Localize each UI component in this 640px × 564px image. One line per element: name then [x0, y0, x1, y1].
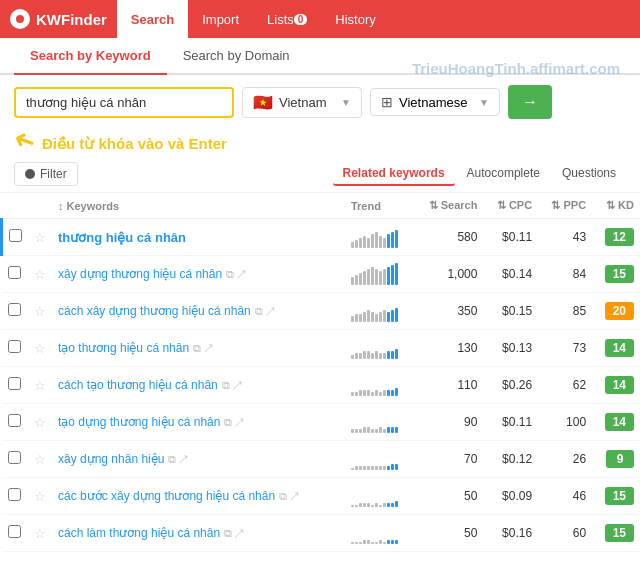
- row-keyword: tạo dựng thương hiệu cá nhân⧉ ↗: [52, 404, 345, 441]
- table-row: ☆tạo thương hiệu cá nhân⧉ ↗130$0.137314: [2, 330, 641, 367]
- row-ppc: 60: [538, 515, 592, 552]
- row-checkbox[interactable]: [8, 451, 21, 464]
- row-trend: [345, 404, 413, 441]
- row-checkbox-cell[interactable]: [2, 515, 29, 552]
- row-checkbox[interactable]: [8, 303, 21, 316]
- row-cpc: $0.12: [483, 441, 538, 478]
- nav-import[interactable]: Import: [188, 0, 253, 38]
- keyword-link[interactable]: xây dựng thương hiệu cá nhân: [58, 267, 222, 281]
- kw-action-icons: ⧉ ↗: [226, 268, 246, 281]
- filter-label: Filter: [40, 167, 67, 181]
- kd-badge: 14: [605, 339, 634, 357]
- row-search: 50: [413, 478, 483, 515]
- row-cpc: $0.09: [483, 478, 538, 515]
- keyword-link[interactable]: các bước xây dựng thương hiệu cá nhân: [58, 489, 275, 503]
- kw-tab-autocomplete[interactable]: Autocomplete: [457, 162, 550, 186]
- row-checkbox-cell[interactable]: [2, 478, 29, 515]
- row-checkbox[interactable]: [8, 414, 21, 427]
- row-star[interactable]: ☆: [28, 404, 52, 441]
- row-checkbox-cell[interactable]: [2, 441, 29, 478]
- row-cpc: $0.14: [483, 256, 538, 293]
- logo: KWFinder: [10, 9, 107, 29]
- filter-button[interactable]: Filter: [14, 162, 78, 186]
- row-star[interactable]: ☆: [28, 367, 52, 404]
- kd-badge: 14: [605, 376, 634, 394]
- row-checkbox-cell[interactable]: [2, 367, 29, 404]
- th-ppc[interactable]: ⇅ PPC: [538, 193, 592, 219]
- row-keyword: các bước xây dựng thương hiệu cá nhân⧉ ↗: [52, 478, 345, 515]
- row-checkbox[interactable]: [8, 525, 21, 538]
- row-checkbox-cell[interactable]: [2, 256, 29, 293]
- row-star[interactable]: ☆: [28, 441, 52, 478]
- language-select[interactable]: ⊞ Vietnamese ▼: [370, 88, 500, 116]
- annotation-row: ➜ Điều từ khóa vào và Enter: [0, 129, 640, 156]
- keyword-tabs: Related keywords Autocomplete Questions: [333, 162, 626, 186]
- kw-action-icons: ⧉ ↗: [168, 453, 188, 466]
- country-flag-icon: 🇻🇳: [253, 93, 273, 112]
- keyword-link[interactable]: tạo thương hiệu cá nhân: [58, 341, 189, 355]
- tab-search-domain[interactable]: Search by Domain: [167, 38, 306, 75]
- row-trend: [345, 330, 413, 367]
- th-cpc[interactable]: ⇅ CPC: [483, 193, 538, 219]
- row-checkbox[interactable]: [8, 266, 21, 279]
- kd-badge: 14: [605, 413, 634, 431]
- keywords-table: ↕ Keywords Trend ⇅ Search ⇅ CPC ⇅ PPC ⇅ …: [0, 193, 640, 552]
- kd-badge: 15: [605, 265, 634, 283]
- country-name: Vietnam: [279, 95, 326, 110]
- row-checkbox[interactable]: [9, 229, 22, 242]
- row-checkbox[interactable]: [8, 488, 21, 501]
- kw-tab-related[interactable]: Related keywords: [333, 162, 455, 186]
- search-row: 🇻🇳 Vietnam ▼ ⊞ Vietnamese ▼ →: [0, 75, 640, 129]
- row-ppc: 62: [538, 367, 592, 404]
- th-kd[interactable]: ⇅ KD: [592, 193, 640, 219]
- row-search: 90: [413, 404, 483, 441]
- keyword-link[interactable]: cách làm thương hiệu cá nhân: [58, 526, 220, 540]
- row-kd: 15: [592, 256, 640, 293]
- row-checkbox-cell[interactable]: [2, 404, 29, 441]
- row-checkbox[interactable]: [8, 377, 21, 390]
- lang-icon: ⊞: [381, 94, 393, 110]
- nav-lists[interactable]: Lists 0: [253, 0, 321, 38]
- row-ppc: 43: [538, 219, 592, 256]
- search-input[interactable]: [26, 95, 222, 110]
- row-cpc: $0.16: [483, 515, 538, 552]
- row-trend: [345, 256, 413, 293]
- row-keyword: tạo thương hiệu cá nhân⧉ ↗: [52, 330, 345, 367]
- row-trend: [345, 367, 413, 404]
- row-checkbox-cell[interactable]: [2, 219, 29, 256]
- nav-search[interactable]: Search: [117, 0, 188, 38]
- kw-action-icons: ⧉ ↗: [224, 527, 244, 540]
- kw-action-icons: ⧉ ↗: [279, 490, 299, 503]
- keyword-link[interactable]: tạo dựng thương hiệu cá nhân: [58, 415, 220, 429]
- row-ppc: 46: [538, 478, 592, 515]
- keyword-link[interactable]: cách tạo thương hiệu cá nhân: [58, 378, 218, 392]
- row-kd: 15: [592, 478, 640, 515]
- th-keywords[interactable]: ↕ Keywords: [52, 193, 345, 219]
- row-checkbox[interactable]: [8, 340, 21, 353]
- row-checkbox-cell[interactable]: [2, 293, 29, 330]
- tab-search-keyword[interactable]: Search by Keyword: [14, 38, 167, 75]
- kd-badge: 12: [605, 228, 634, 246]
- logo-icon: [10, 9, 30, 29]
- row-checkbox-cell[interactable]: [2, 330, 29, 367]
- row-star[interactable]: ☆: [28, 515, 52, 552]
- keyword-text: thương hiệu cá nhân: [58, 230, 186, 245]
- row-kd: 20: [592, 293, 640, 330]
- row-star[interactable]: ☆: [28, 256, 52, 293]
- row-star[interactable]: ☆: [28, 293, 52, 330]
- search-button[interactable]: →: [508, 85, 552, 119]
- country-select[interactable]: 🇻🇳 Vietnam ▼: [242, 87, 362, 118]
- kw-tab-questions[interactable]: Questions: [552, 162, 626, 186]
- row-star[interactable]: ☆: [28, 330, 52, 367]
- th-search[interactable]: ⇅ Search: [413, 193, 483, 219]
- keyword-link[interactable]: cách xây dựng thương hiệu cá nhân: [58, 304, 251, 318]
- search-input-wrap: [14, 87, 234, 118]
- row-ppc: 100: [538, 404, 592, 441]
- table-header-row: ↕ Keywords Trend ⇅ Search ⇅ CPC ⇅ PPC ⇅ …: [2, 193, 641, 219]
- kd-badge: 15: [605, 524, 634, 542]
- row-star[interactable]: ☆: [28, 478, 52, 515]
- keyword-link[interactable]: xây dựng nhân hiệu: [58, 452, 164, 466]
- nav-history[interactable]: History: [321, 0, 389, 38]
- lang-dropdown-icon: ▼: [479, 97, 489, 108]
- row-star[interactable]: ☆: [28, 219, 52, 256]
